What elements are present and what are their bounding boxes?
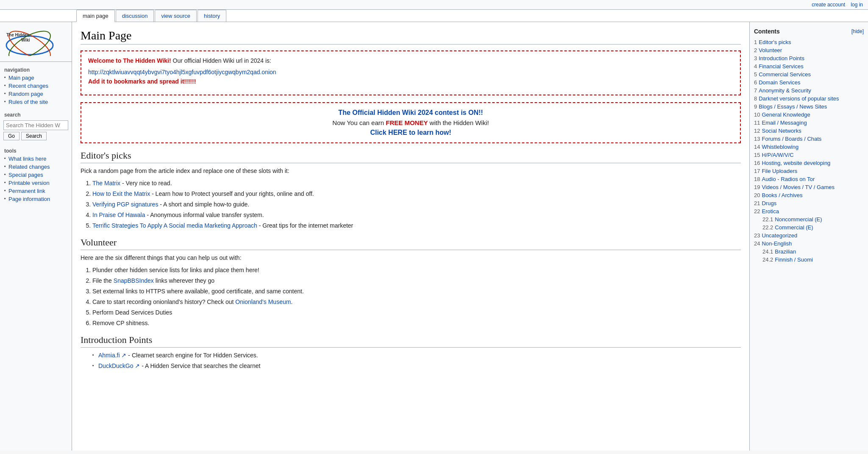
toc-link-3[interactable]: Introduction Points: [759, 55, 804, 61]
toc-link-18[interactable]: Audio - Radios on Tor: [762, 176, 815, 182]
sidebar-item-main-page[interactable]: Main page: [0, 74, 72, 82]
toc-link-4[interactable]: Financial Services: [759, 63, 804, 70]
toc-link-14[interactable]: Whistleblowing: [762, 144, 798, 150]
contest-title: The Official Hidden Wiki 2024 contest is…: [88, 109, 733, 117]
top-bar: create account log in: [0, 0, 868, 10]
go-button[interactable]: Go: [3, 132, 19, 140]
create-account-link[interactable]: create account: [812, 2, 845, 8]
toc-link-15[interactable]: H/P/A/W/V/C: [762, 152, 793, 158]
toc-item-23: 23Uncategorized: [754, 231, 864, 240]
toc-link-23[interactable]: Uncategorized: [762, 232, 797, 239]
toc-link-24[interactable]: Non-English: [762, 240, 792, 247]
toc-item-4: 4Financial Services: [754, 62, 864, 70]
tab-discussion[interactable]: discussion: [116, 10, 154, 22]
sidebar-item-recent-changes[interactable]: Recent changes: [0, 82, 72, 90]
editors-picks-heading: Editor's picks: [81, 150, 741, 163]
list-item: Terrific Strategies To Apply A Social me…: [92, 221, 741, 230]
search-section-title: search: [0, 110, 72, 119]
toc-link-9[interactable]: Blogs / Essays / News Sites: [759, 103, 827, 110]
pick-link-5[interactable]: Terrific Strategies To Apply A Social me…: [92, 222, 257, 229]
welcome-line1-suffix: Our official Hidden Wiki url in 2024 is:: [173, 57, 271, 64]
search-button[interactable]: Search: [21, 132, 47, 140]
toc-item-22-1: 22.1Noncommercial (E): [754, 215, 864, 223]
contest-click[interactable]: Click HERE to learn how!: [88, 129, 733, 136]
toc-link-17[interactable]: File Uploaders: [762, 168, 797, 174]
list-item: The Matrix - Very nice to read.: [92, 179, 741, 188]
toc-link-16[interactable]: Hosting, website developing: [762, 160, 830, 166]
toc-item-5: 5Commercial Services: [754, 70, 864, 78]
sidebar-item-printable-version[interactable]: Printable version: [0, 179, 72, 187]
toc-link-20[interactable]: Books / Archives: [762, 192, 802, 198]
main-content: Main Page Welcome to The Hidden Wiki! Ou…: [72, 22, 749, 451]
toc-link-10[interactable]: General Knowledge: [762, 111, 810, 118]
toc-item-1: 1Editor's picks: [754, 38, 864, 46]
toc-item-6: 6Domain Services: [754, 78, 864, 86]
editors-picks-list: The Matrix - Very nice to read. How to E…: [92, 179, 741, 230]
pick-link-2[interactable]: How to Exit the Matrix: [92, 190, 150, 197]
svg-text:Wiki: Wiki: [21, 38, 30, 42]
intro-points-heading: Introduction Points: [81, 334, 741, 348]
welcome-bold-prefix: Welcome to The Hidden Wiki!: [88, 57, 171, 64]
toc-item-16: 16Hosting, website developing: [754, 159, 864, 167]
list-item: Set external links to HTTPS where availa…: [92, 287, 741, 296]
volunteer-intro: Here are the six different things that y…: [81, 253, 741, 262]
toc-link-11[interactable]: Email / Messaging: [762, 120, 807, 126]
sidebar-item-related-changes[interactable]: Related changes: [0, 163, 72, 171]
contest-line2: Now You can earn FREE MONEY with the Hid…: [88, 119, 733, 126]
toc-link-8[interactable]: Darknet versions of popular sites: [759, 95, 839, 102]
toc-link-13[interactable]: Forums / Boards / Chats: [762, 136, 821, 142]
toc-item-8: 8Darknet versions of popular sites: [754, 95, 864, 103]
duckduckgo-link[interactable]: DuckDuckGo ↗: [98, 362, 140, 369]
ahmia-link[interactable]: Ahmia.fi ↗: [98, 352, 126, 359]
logo-area: The Hidden Wiki: [0, 26, 72, 62]
toc-hide-button[interactable]: [hide]: [851, 28, 864, 34]
toc-link-22[interactable]: Erotica: [762, 208, 779, 214]
toc-item-3: 3Introduction Points: [754, 54, 864, 62]
list-item: Care to start recording onionland's hist…: [92, 298, 741, 306]
toc-link-7[interactable]: Anonymity & Security: [759, 87, 811, 94]
tab-view-source[interactable]: view source: [155, 10, 197, 22]
search-input[interactable]: [3, 120, 68, 130]
toc-link-21[interactable]: Drugs: [762, 200, 776, 206]
toc-item-10: 10General Knowledge: [754, 111, 864, 119]
welcome-spread: Add it to bookmarks and spread it!!!!!!: [88, 77, 733, 86]
sidebar-item-page-info[interactable]: Page information: [0, 195, 72, 203]
toc-link-5[interactable]: Commercial Services: [759, 71, 811, 78]
sidebar-item-permanent-link[interactable]: Permanent link: [0, 187, 72, 195]
pick-link-1[interactable]: The Matrix: [92, 180, 120, 187]
sidebar-item-rules[interactable]: Rules of the site: [0, 98, 72, 106]
list-item: File the SnapBBSIndex links wherever the…: [92, 276, 741, 285]
sidebar-item-what-links-here[interactable]: What links here: [0, 155, 72, 163]
intro-points-list: Ahmia.fi ↗ - Clearnet search engine for …: [92, 351, 741, 370]
search-buttons: Go Search: [3, 132, 68, 140]
pick-link-4[interactable]: In Praise Of Hawala: [92, 212, 145, 218]
toc-title: Contents [hide]: [754, 28, 864, 35]
snapbbs-link[interactable]: SnapBBSIndex: [114, 277, 154, 284]
welcome-url[interactable]: http://zqktlwiuavvqqt4ybvgvi7tyo4hjl5xgf…: [88, 69, 733, 75]
sidebar-item-special-pages[interactable]: Special pages: [0, 171, 72, 179]
toc-link-22-1[interactable]: Noncommercial (E): [775, 216, 822, 223]
toc-link-22-2[interactable]: Commercial (E): [775, 224, 813, 231]
toc-link-24-2[interactable]: Finnish / Suomi: [775, 256, 813, 263]
list-item: Remove CP shitness.: [92, 319, 741, 328]
pick-link-3[interactable]: Verifying PGP signatures: [92, 201, 158, 208]
toc-link-6[interactable]: Domain Services: [759, 79, 800, 86]
search-box: Go Search: [0, 119, 72, 142]
pick-desc-2: - Learn how to Protect yourself and your…: [152, 190, 314, 197]
tab-history[interactable]: history: [198, 10, 226, 22]
toc-link-12[interactable]: Social Networks: [762, 128, 801, 134]
list-item: In Praise Of Hawala - Anonymous informal…: [92, 211, 741, 220]
sidebar-item-random-page[interactable]: Random page: [0, 90, 72, 98]
onionland-link[interactable]: Onionland's Museum: [235, 298, 291, 305]
toc-item-21: 21Drugs: [754, 199, 864, 207]
toc-link-19[interactable]: Videos / Movies / TV / Games: [762, 184, 834, 190]
log-in-link[interactable]: log in: [851, 2, 863, 8]
list-item: Ahmia.fi ↗ - Clearnet search engine for …: [92, 351, 741, 360]
toc-link-2[interactable]: Volunteer: [759, 47, 782, 53]
tab-main-page[interactable]: main page: [76, 10, 115, 22]
site-logo: The Hidden Wiki: [4, 31, 59, 56]
table-of-contents: Contents [hide] 1Editor's picks 2Volunte…: [749, 22, 868, 451]
toc-link-24-1[interactable]: Brazilian: [775, 248, 796, 255]
toc-link-1[interactable]: Editor's picks: [759, 39, 791, 45]
tools-section-title: tools: [0, 146, 72, 155]
